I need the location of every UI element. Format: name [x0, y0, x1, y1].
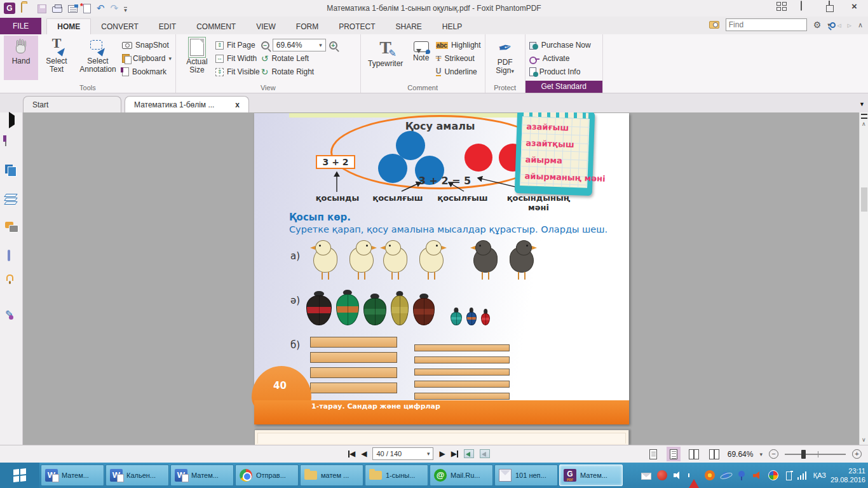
zoom-in-icon[interactable]: +: [329, 41, 337, 50]
taskbar-app-word-1[interactable]: WМатем...: [41, 464, 104, 486]
taskbar-app-foxit-active[interactable]: GPDFМатем...: [559, 464, 623, 486]
pdf-sign-button[interactable]: ✒ PDF Sign▾: [489, 36, 521, 80]
tab-home[interactable]: HOME: [46, 18, 91, 34]
save-button[interactable]: [37, 4, 46, 13]
tray-pinwheel-icon[interactable]: [768, 470, 778, 480]
clipboard-button[interactable]: Clipboard▾: [122, 53, 172, 64]
single-page-layout-button[interactable]: [646, 447, 660, 461]
vertical-scrollbar[interactable]: ∧ ∨: [859, 112, 868, 445]
tab-edit[interactable]: EDIT: [149, 19, 186, 34]
taskbar-app-folder-2[interactable]: 1-сыны...: [365, 464, 428, 486]
tab-help[interactable]: HELP: [432, 19, 472, 34]
foxit-logo-icon[interactable]: G: [4, 3, 15, 14]
redo-button[interactable]: ↷: [111, 3, 119, 13]
select-annotation-button[interactable]: Select Annotation: [75, 36, 121, 80]
typewriter-button[interactable]: T✎ Typewriter: [365, 36, 407, 80]
undo-button[interactable]: ↶: [97, 3, 105, 13]
page-number-combo[interactable]: 40 / 140▾: [372, 447, 433, 460]
get-standard-banner[interactable]: Get Standard: [526, 81, 602, 93]
actual-size-button[interactable]: Actual Size: [180, 36, 214, 80]
tray-speaker-icon[interactable]: [673, 470, 683, 480]
layers-panel-icon[interactable]: [5, 194, 18, 207]
signatures-panel-icon[interactable]: ✎: [5, 308, 18, 321]
collapse-ribbon-button[interactable]: ∧: [858, 21, 863, 29]
tile-windows-icon[interactable]: [776, 2, 787, 11]
search-icon[interactable]: [830, 22, 836, 28]
facing-layout-button[interactable]: [687, 447, 701, 461]
zoom-in-button[interactable]: +: [852, 449, 862, 459]
scroll-down-arrow[interactable]: ∨: [862, 437, 866, 443]
tray-volume-icon[interactable]: [752, 470, 763, 480]
zoom-presets-caret[interactable]: ▾: [759, 451, 763, 458]
taskbar-app-word-3[interactable]: WМатем...: [170, 464, 234, 486]
snapshot-button[interactable]: SnapShot: [122, 39, 172, 51]
taskbar-clock[interactable]: 23:11 29.08.2016: [831, 466, 865, 484]
zoom-out-icon[interactable]: −: [261, 41, 269, 50]
find-next-button[interactable]: ▹: [847, 20, 851, 30]
taskbar-app-mailru[interactable]: @Mail.Ru...: [430, 464, 493, 486]
minimize-button[interactable]: [801, 1, 802, 11]
taskbar-app-folder-1[interactable]: матем ...: [300, 464, 363, 486]
hand-tool-button[interactable]: Hand: [4, 36, 38, 80]
last-page-button[interactable]: ▶: [451, 449, 458, 458]
language-indicator[interactable]: ҚАЗ: [813, 471, 826, 479]
zoom-level-combo[interactable]: 69.64%▾: [273, 39, 326, 51]
start-button[interactable]: [0, 463, 39, 488]
tab-file[interactable]: FILE: [0, 18, 41, 34]
fit-width-button[interactable]: ⇔Fit Width: [215, 53, 260, 64]
gear-icon[interactable]: ⚙: [813, 20, 822, 30]
taskbar-app-word-2[interactable]: WКальен...: [105, 464, 169, 486]
taskbar-app-chrome[interactable]: Отправ...: [235, 464, 299, 486]
previous-view-button[interactable]: [464, 449, 474, 458]
scrollbar-thumb[interactable]: [861, 187, 867, 212]
search-folder-icon[interactable]: [709, 21, 719, 29]
zoom-slider-thumb[interactable]: [801, 450, 806, 459]
document-view[interactable]: Қосу амалы 3 + 2 = 5 3 + 2 қосынды қосыл…: [23, 112, 859, 445]
fit-visible-button[interactable]: ⇕Fit Visible: [215, 66, 260, 78]
split-view-handle[interactable]: [861, 114, 867, 119]
tab-share[interactable]: SHARE: [385, 19, 431, 34]
product-info-button[interactable]: Product Info: [529, 66, 591, 78]
doc-tab-active[interactable]: Математика 1-бөлім ... x: [125, 96, 249, 112]
zoom-out-button[interactable]: −: [769, 449, 778, 459]
strikeout-button[interactable]: TStrikeout: [436, 53, 481, 64]
close-button[interactable]: ×: [851, 1, 863, 11]
tray-planet-icon[interactable]: [721, 470, 731, 480]
restore-button[interactable]: [829, 1, 830, 11]
from-scanner-button[interactable]: *: [83, 4, 91, 13]
comments-panel-icon[interactable]: [5, 222, 18, 234]
find-previous-button[interactable]: ◃: [837, 20, 841, 30]
facing-continuous-layout-button[interactable]: [707, 447, 721, 461]
tray-2gis-icon[interactable]: [657, 470, 667, 480]
tray-signal-icon[interactable]: [797, 470, 808, 480]
open-file-button[interactable]: [21, 3, 32, 13]
purchase-now-button[interactable]: Purchase Now: [529, 39, 591, 51]
tab-list-caret[interactable]: ▼: [859, 101, 865, 107]
security-panel-icon[interactable]: [5, 279, 18, 292]
tray-antivirus-icon[interactable]: [705, 470, 715, 480]
underline-button[interactable]: UUnderline: [436, 66, 481, 78]
fit-page-button[interactable]: ⇕Fit Page: [215, 39, 260, 51]
rotate-right-button[interactable]: ↻Rotate Right: [261, 66, 356, 78]
previous-page-button[interactable]: ◀: [361, 449, 367, 458]
tray-pin-icon[interactable]: [736, 470, 747, 480]
attachments-panel-icon[interactable]: [5, 251, 18, 264]
pages-panel-icon[interactable]: [5, 165, 18, 177]
bookmark-button[interactable]: Bookmark: [122, 66, 172, 78]
next-page-button[interactable]: ▶: [439, 449, 445, 458]
print-button[interactable]: [52, 6, 62, 13]
doc-tab-start[interactable]: Start: [23, 96, 121, 112]
taskbar-app-mail[interactable]: 101 неп...: [494, 464, 558, 486]
tray-warning-icon[interactable]: [689, 470, 699, 480]
scroll-up-arrow[interactable]: ∧: [862, 121, 866, 127]
next-view-button[interactable]: [480, 449, 490, 458]
select-text-button[interactable]: T Select Text: [39, 36, 74, 80]
tray-mail-icon[interactable]: [641, 473, 651, 480]
continuous-layout-button[interactable]: [667, 447, 681, 461]
zoom-slider[interactable]: [785, 449, 846, 459]
bookmarks-panel-icon[interactable]: [5, 137, 18, 149]
customize-toolbar-caret[interactable]: ▾: [124, 7, 127, 13]
tab-comment[interactable]: COMMENT: [186, 19, 246, 34]
document-properties-button[interactable]: [68, 5, 78, 13]
rotate-left-button[interactable]: ↺Rotate Left: [261, 53, 356, 64]
